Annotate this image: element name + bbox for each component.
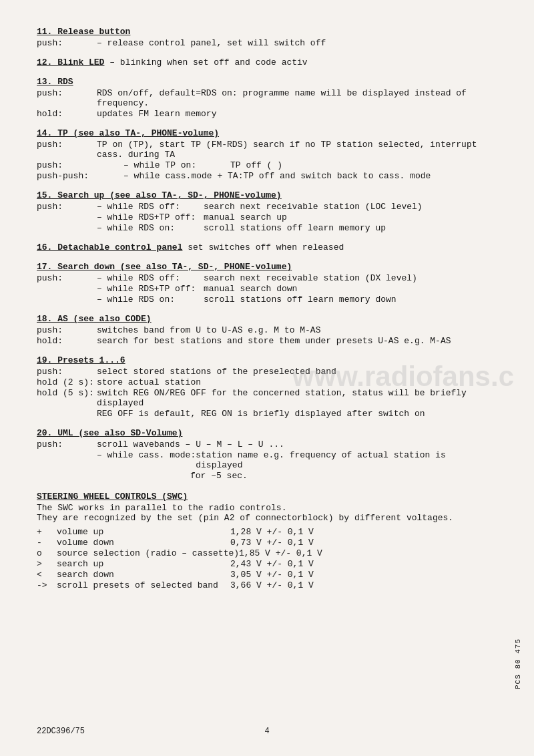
section-18-row-1: push: switches band from U to U-AS e.g. … bbox=[37, 325, 487, 335]
label: hold (5 s): bbox=[37, 388, 97, 408]
swc-sym: o bbox=[37, 548, 57, 558]
content: search for best stations and store them … bbox=[97, 336, 487, 346]
section-14-row-2: push: – while TP on: TP off ( ) bbox=[37, 160, 487, 170]
content: station name e.g. frequency of actual st… bbox=[196, 450, 487, 470]
swc-val: 1,28 V +/- 0,1 V bbox=[230, 527, 487, 537]
label: push: bbox=[37, 202, 97, 212]
section-18-title: 18. AS (see also CODE) bbox=[37, 314, 487, 324]
sub-label: – while RDS off: bbox=[97, 202, 204, 212]
section-17: 17. Search down (see also TA-, SD-, PHON… bbox=[37, 262, 487, 305]
content: store actual station bbox=[97, 377, 487, 387]
section-14-row-1: push: TP on (TP), start TP (FM-RDS) sear… bbox=[37, 140, 487, 160]
swc-sym: < bbox=[37, 570, 57, 580]
spacer bbox=[97, 471, 190, 481]
label bbox=[37, 409, 97, 419]
section-11: 11. Release button push: – release contr… bbox=[37, 27, 487, 48]
section-14-title: 14. TP (see also TA-, PHONE-volume) bbox=[37, 128, 487, 138]
swc-desc: source selection (radio – cassette) bbox=[57, 548, 239, 558]
section-14: 14. TP (see also TA-, PHONE-volume) push… bbox=[37, 128, 487, 181]
content: scroll wavebands – U – M – L – U ... bbox=[97, 439, 487, 449]
section-19-row-1: push: select stored stations of the pres… bbox=[37, 367, 487, 377]
swc-val: 2,43 V +/- 0,1 V bbox=[230, 559, 487, 569]
section-16-title: 16. Detachable control panel bbox=[37, 242, 182, 252]
section-20-row-1: push: scroll wavebands – U – M – L – U .… bbox=[37, 439, 487, 449]
section-15-row-1: push: – while RDS off: search next recei… bbox=[37, 202, 487, 212]
section-15-row-2: – while RDS+TP off: manual search up bbox=[37, 212, 487, 222]
swc-desc: volume down bbox=[57, 538, 230, 548]
footer-left: 22DC396/75 bbox=[37, 727, 85, 736]
section-13-title: 13. RDS bbox=[37, 77, 487, 87]
sub-label: – while RDS on: bbox=[97, 223, 204, 233]
section-16-inline: set switches off when released bbox=[182, 242, 344, 252]
swc-row: + volume up 1,28 V +/- 0,1 V bbox=[37, 527, 487, 537]
section-15-row-3: – while RDS on: scroll stations off lear… bbox=[37, 223, 487, 233]
swc-line2: They are recognized by the set (pin A2 o… bbox=[37, 513, 487, 523]
swc-row: o source selection (radio – cassette) 1,… bbox=[37, 548, 487, 558]
section-17-row-1: push: – while RDS off: search next recei… bbox=[37, 273, 487, 283]
section-17-title: 17. Search down (see also TA-, SD-, PHON… bbox=[37, 262, 487, 272]
section-17-row-2: – while RDS+TP off: manual search down bbox=[37, 284, 487, 294]
section-11-title: 11. Release button bbox=[37, 27, 487, 37]
section-20-row-3: for –5 sec. bbox=[37, 471, 487, 481]
section-13-row-1: push: RDS on/off, default=RDS on: progra… bbox=[37, 88, 487, 108]
swc-sym: > bbox=[37, 559, 57, 569]
content: manual search down bbox=[204, 284, 487, 294]
label: push: bbox=[37, 273, 97, 283]
label: hold (2 s): bbox=[37, 377, 97, 387]
label-push: push: bbox=[37, 38, 97, 48]
sub-label: – while cass. mode: bbox=[97, 450, 196, 470]
section-19-title: 19. Presets 1...6 bbox=[37, 355, 487, 365]
section-19-row-4: REG OFF is default, REG ON is briefly di… bbox=[37, 409, 487, 419]
section-16: 16. Detachable control panel set switche… bbox=[37, 242, 487, 252]
section-19: 19. Presets 1...6 push: select stored st… bbox=[37, 355, 487, 419]
swc-val: 3,66 V +/- 0,1 V bbox=[230, 580, 487, 590]
swc-row: -> scroll presets of selected band 3,66 … bbox=[37, 580, 487, 590]
section-18: 18. AS (see also CODE) push: switches ba… bbox=[37, 314, 487, 346]
content: switch REG ON/REG OFF for the concerned … bbox=[97, 388, 487, 408]
content: TP on (TP), start TP (FM-RDS) search if … bbox=[97, 140, 487, 160]
swc-sym: -> bbox=[37, 580, 57, 590]
swc-desc: search down bbox=[57, 570, 230, 580]
swc-val: 0,73 V +/- 0,1 V bbox=[230, 538, 487, 548]
page: 11. Release button push: – release contr… bbox=[0, 0, 534, 756]
section-12-title: 12. Blink LED bbox=[37, 57, 104, 67]
swc-section: STEERING WHEEL CONTROLS (SWC) The SWC wo… bbox=[37, 492, 487, 590]
section-12-inline: – blinking when set off and code activ bbox=[104, 57, 307, 67]
content: scroll stations off learn memory down bbox=[204, 295, 487, 305]
section-14-row-3: push-push: – while cass.mode + TA: TP of… bbox=[37, 171, 487, 181]
sub-label: – while cass.mode + TA: bbox=[123, 171, 243, 181]
section-18-row-2: hold: search for best stations and store… bbox=[37, 336, 487, 346]
footer-right: PCS 80 475 bbox=[514, 638, 522, 689]
label bbox=[37, 450, 97, 470]
section-20-title: 20. UML (see also SD-Volume) bbox=[37, 428, 487, 438]
content: TP off and switch back to cass. mode bbox=[243, 171, 487, 181]
content: TP off ( ) bbox=[230, 160, 487, 170]
swc-row: < search down 3,05 V +/- 0,1 V bbox=[37, 570, 487, 580]
footer-center: 4 bbox=[264, 727, 269, 736]
swc-desc: scroll presets of selected band bbox=[57, 580, 230, 590]
label: push: bbox=[37, 140, 97, 160]
section-12: 12. Blink LED – blinking when set off an… bbox=[37, 57, 487, 67]
section-11-row-1: push: – release control panel, set will … bbox=[37, 38, 487, 48]
swc-desc: search up bbox=[57, 559, 230, 569]
swc-val: 3,05 V +/- 0,1 V bbox=[230, 570, 487, 580]
label bbox=[37, 212, 97, 222]
label: push: bbox=[37, 439, 97, 449]
swc-row: > search up 2,43 V +/- 0,1 V bbox=[37, 559, 487, 569]
section-20-row-2: – while cass. mode: station name e.g. fr… bbox=[37, 450, 487, 470]
content: search next receivable station (LOC leve… bbox=[204, 202, 487, 212]
label bbox=[37, 295, 97, 305]
content: search next receivable station (DX level… bbox=[204, 273, 487, 283]
label: push-push: bbox=[37, 171, 123, 181]
label: push: bbox=[37, 88, 97, 108]
swc-title: STEERING WHEEL CONTROLS (SWC) bbox=[37, 492, 487, 502]
label: push: bbox=[37, 160, 123, 170]
content: – release control panel, set will switch… bbox=[97, 38, 487, 48]
label bbox=[37, 284, 97, 294]
swc-row: - volume down 0,73 V +/- 0,1 V bbox=[37, 538, 487, 548]
section-13: 13. RDS push: RDS on/off, default=RDS on… bbox=[37, 77, 487, 119]
section-19-row-3: hold (5 s): switch REG ON/REG OFF for th… bbox=[37, 388, 487, 408]
swc-sym: + bbox=[37, 527, 57, 537]
content: select stored stations of the preselecte… bbox=[97, 367, 487, 377]
label: hold: bbox=[37, 336, 97, 346]
